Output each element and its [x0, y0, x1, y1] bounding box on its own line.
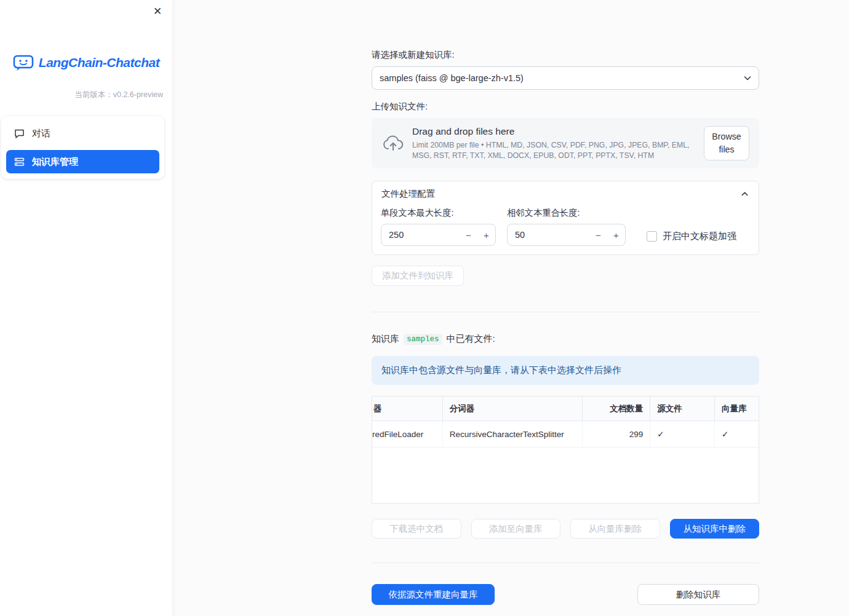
chat-bubble-icon [14, 128, 25, 139]
delete-kb-button[interactable]: 删除知识库 [637, 584, 759, 605]
kb-files-prefix: 知识库 [372, 333, 399, 345]
kb-files-table: 器 分词器 文档数量 源文件 向量库 redFileLoader Recursi… [372, 396, 759, 503]
rebuild-vector-store-button[interactable]: 依据源文件重建向量库 [372, 584, 495, 605]
cloud-upload-icon [383, 135, 404, 151]
cell-source-file[interactable]: ✓ [650, 421, 715, 448]
file-config-expander-header[interactable]: 文件处理配置 [372, 181, 759, 201]
dropzone-limits: Limit 200MB per file • HTML, MD, JSON, C… [412, 140, 698, 160]
kb-select-label: 请选择或新建知识库: [372, 49, 759, 61]
table-header-source-file[interactable]: 源文件 [650, 397, 715, 421]
kb-name-code: samples [404, 334, 442, 345]
sidebar-item-dialogue[interactable]: 对话 [6, 122, 159, 145]
max-length-input[interactable]: 250 − + [381, 224, 496, 246]
sidebar: ✕ LangChain-Chatchat 当前版本：v0.2.6-preview… [0, 0, 172, 616]
zh-title-enhance-checkbox[interactable] [647, 231, 657, 242]
chevron-down-icon [743, 73, 752, 83]
delete-from-kb-button[interactable]: 从知识库中删除 [670, 519, 760, 539]
add-files-button[interactable]: 添加文件到知识库 [372, 266, 464, 286]
app-logo-text: LangChain-Chatchat [39, 55, 159, 70]
kb-files-suffix: 中已有文件: [447, 333, 495, 345]
chat-logo-icon [13, 54, 34, 71]
overlap-increment-button[interactable]: + [607, 224, 625, 245]
max-length-value[interactable]: 250 [381, 230, 460, 240]
overlap-decrement-button[interactable]: − [589, 224, 607, 245]
add-to-vector-store-button[interactable]: 添加至向量库 [471, 519, 561, 539]
zh-title-enhance-label[interactable]: 开启中文标题加强 [663, 231, 736, 242]
sidebar-item-label: 知识库管理 [32, 156, 78, 168]
table-header-vector-store[interactable]: 向量库 [715, 397, 759, 421]
sidebar-menu: 对话 知识库管理 [1, 116, 164, 179]
info-banner-text: 知识库中包含源文件与向量库，请从下表中选择文件后操作 [381, 365, 621, 376]
overlap-length-value[interactable]: 50 [508, 230, 589, 240]
file-config-title: 文件处理配置 [381, 188, 435, 200]
max-length-decrement-button[interactable]: − [460, 224, 477, 245]
cell-loader[interactable]: redFileLoader [372, 421, 443, 448]
browse-files-button[interactable]: Browse files [704, 126, 749, 160]
sidebar-item-label: 对话 [32, 128, 50, 140]
table-header-loader[interactable]: 器 [372, 397, 443, 421]
max-length-label: 单段文本最大长度: [381, 207, 496, 219]
info-banner: 知识库中包含源文件与向量库，请从下表中选择文件后操作 [372, 356, 759, 385]
kb-selectbox[interactable]: samples (faiss @ bge-large-zh-v1.5) [372, 66, 759, 90]
download-selected-button[interactable]: 下载选中文档 [372, 519, 461, 539]
kb-files-heading: 知识库 samples 中已有文件: [372, 333, 759, 345]
kb-selectbox-value: samples (faiss @ bge-large-zh-v1.5) [380, 73, 524, 83]
table-header-row: 器 分词器 文档数量 源文件 向量库 [372, 397, 759, 421]
divider [372, 312, 759, 312]
table-header-doc-count[interactable]: 文档数量 [583, 397, 650, 421]
version-label: 当前版本：v0.2.6-preview [0, 90, 163, 100]
sidebar-item-knowledge-base[interactable]: 知识库管理 [6, 150, 159, 173]
cell-splitter[interactable]: RecursiveCharacterTextSplitter [443, 421, 583, 448]
file-action-buttons: 下载选中文档 添加至向量库 从向量库删除 从知识库中删除 [372, 519, 759, 539]
delete-from-vector-store-button[interactable]: 从向量库删除 [570, 519, 660, 539]
upload-label: 上传知识文件: [372, 101, 759, 113]
cell-vector-store[interactable]: ✓ [715, 421, 759, 448]
file-dropzone[interactable]: Drag and drop files here Limit 200MB per… [372, 118, 759, 168]
chevron-up-icon [740, 189, 749, 199]
main-area: 请选择或新建知识库: samples (faiss @ bge-large-zh… [172, 0, 849, 616]
kb-management-buttons: 依据源文件重建向量库 删除知识库 [372, 584, 759, 605]
close-icon[interactable]: ✕ [150, 4, 165, 18]
database-list-icon [14, 157, 25, 167]
dropzone-title: Drag and drop files here [412, 126, 698, 137]
file-config-expander: 文件处理配置 单段文本最大长度: 250 − + 相邻文本重合长度: [372, 181, 759, 255]
table-row[interactable]: redFileLoader RecursiveCharacterTextSpli… [372, 421, 759, 448]
cell-doc-count[interactable]: 299 [583, 421, 650, 448]
max-length-increment-button[interactable]: + [477, 224, 495, 245]
table-header-splitter[interactable]: 分词器 [443, 397, 583, 421]
overlap-length-input[interactable]: 50 − + [507, 224, 626, 246]
overlap-length-label: 相邻文本重合长度: [507, 207, 626, 219]
app-logo: LangChain-Chatchat [0, 54, 172, 71]
divider [372, 563, 759, 563]
